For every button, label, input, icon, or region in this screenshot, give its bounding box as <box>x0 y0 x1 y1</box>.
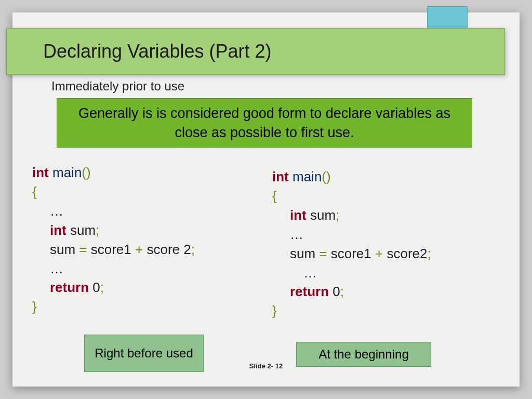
slide-title: Declaring Variables (Part 2) <box>43 41 272 62</box>
slide-footer: Slide 2- 12 <box>12 362 520 387</box>
code-line: int sum; <box>32 221 195 240</box>
keyword-int: int <box>272 169 289 184</box>
keyword-int: int <box>50 222 66 238</box>
code-block-right: int main() { int sum; … sum = score1 + s… <box>272 167 431 321</box>
label-text: At the beginning <box>318 347 408 362</box>
code-line: sum = score1 + score2; <box>272 244 431 263</box>
code-line: sum = score1 + score 2; <box>32 240 195 259</box>
ellipsis: … <box>50 261 63 276</box>
var-name: score1 <box>327 246 376 261</box>
var-name: sum <box>50 242 79 257</box>
title-bar: Declaring Variables (Part 2) <box>6 28 505 75</box>
semicolon: ; <box>336 207 339 223</box>
code-line: … <box>32 202 195 221</box>
code-line: { <box>32 182 195 202</box>
code-line: … <box>272 263 431 283</box>
keyword-int: int <box>290 207 307 223</box>
ellipsis: … <box>290 227 303 242</box>
ellipsis: … <box>303 265 317 281</box>
keyword-return: return <box>290 284 329 299</box>
keyword-return: return <box>50 280 89 295</box>
code-line: return 0; <box>32 278 195 297</box>
equals: = <box>79 242 87 257</box>
literal: 0 <box>89 280 100 295</box>
parens: () <box>322 169 330 184</box>
code-line: int sum; <box>272 206 431 225</box>
var-name: score1 <box>87 242 136 257</box>
ellipsis: … <box>50 203 63 219</box>
code-line: } <box>32 297 195 316</box>
brace-open: { <box>272 188 277 204</box>
plus: + <box>135 242 143 257</box>
semicolon: ; <box>340 284 344 299</box>
var-name: score2 <box>383 246 427 261</box>
label-text: Right before used <box>95 345 193 361</box>
function-name: main <box>289 169 322 184</box>
code-block-left: int main() { … int sum; sum = score1 + s… <box>32 163 195 316</box>
code-line: } <box>272 301 431 321</box>
var-name: sum <box>66 222 96 238</box>
var-name: score 2 <box>143 242 191 257</box>
code-line: … <box>272 225 431 244</box>
code-line: int main() <box>32 163 195 182</box>
equals: = <box>319 246 327 261</box>
callout-text: Generally is is considered good form to … <box>73 104 456 142</box>
callout-box: Generally is is considered good form to … <box>57 98 472 148</box>
literal: 0 <box>329 284 340 299</box>
brace-open: { <box>32 184 37 200</box>
parens: () <box>82 165 90 180</box>
function-name: main <box>49 165 82 180</box>
brace-close: } <box>32 299 37 314</box>
var-name: sum <box>307 207 336 223</box>
plus: + <box>375 246 383 261</box>
var-name: sum <box>290 246 319 261</box>
code-line: … <box>32 259 195 278</box>
brace-close: } <box>272 303 277 318</box>
keyword-int: int <box>32 165 49 180</box>
semicolon: ; <box>96 222 99 238</box>
semicolon: ; <box>427 246 431 261</box>
slide-frame: Declaring Variables (Part 2) Immediately… <box>12 12 520 387</box>
code-line: return 0; <box>272 282 431 301</box>
code-line: { <box>272 187 431 206</box>
semicolon: ; <box>100 280 104 295</box>
semicolon: ; <box>191 242 195 257</box>
code-line: int main() <box>272 167 431 187</box>
slide-subtitle: Immediately prior to use <box>51 79 184 94</box>
